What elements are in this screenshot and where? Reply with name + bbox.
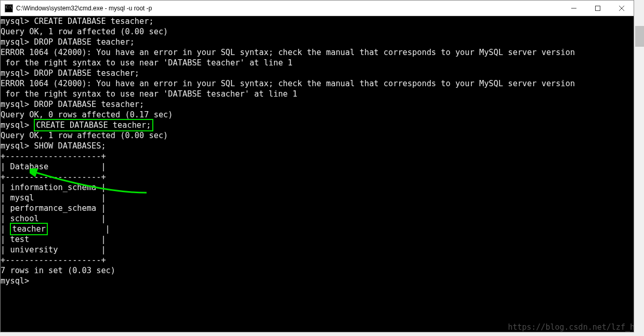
window-controls bbox=[562, 1, 634, 16]
scrollbar[interactable] bbox=[635, 16, 644, 336]
window-title: C:\Windows\system32\cmd.exe - mysql -u r… bbox=[16, 5, 562, 12]
watermark: https://blog.csdn.net/lzf_h bbox=[508, 322, 635, 332]
minimize-button[interactable] bbox=[562, 1, 586, 16]
cmd-window: C:\Windows\system32\cmd.exe - mysql -u r… bbox=[0, 0, 634, 332]
close-button[interactable] bbox=[610, 1, 634, 16]
terminal-output[interactable]: mysql> CREATE DATABASE tesacher;Query OK… bbox=[1, 16, 634, 332]
titlebar[interactable]: C:\Windows\system32\cmd.exe - mysql -u r… bbox=[1, 1, 634, 16]
maximize-button[interactable] bbox=[586, 1, 610, 16]
scrollbar-thumb[interactable] bbox=[635, 26, 644, 47]
svg-rect-1 bbox=[596, 6, 600, 10]
cmd-icon bbox=[5, 4, 13, 12]
